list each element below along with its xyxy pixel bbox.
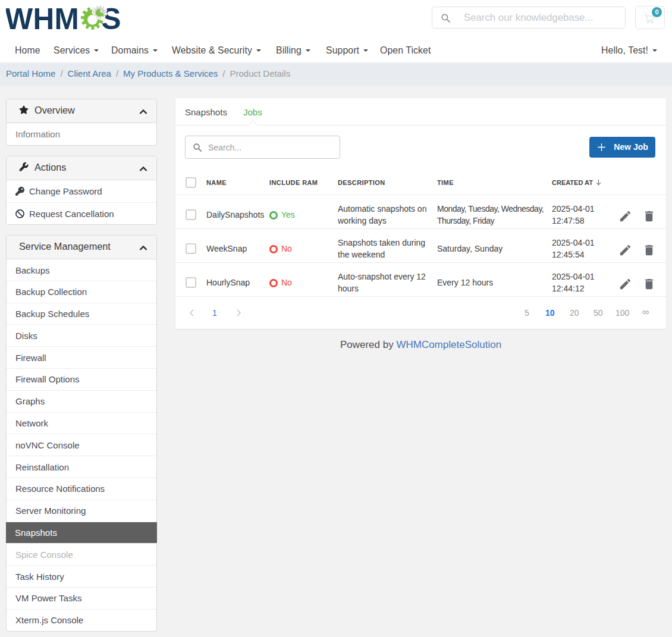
svg-text:WHM: WHM bbox=[6, 4, 79, 35]
